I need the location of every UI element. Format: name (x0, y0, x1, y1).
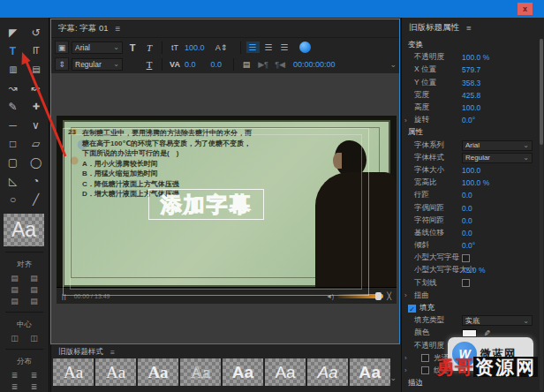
style-swatch-6[interactable]: Aa (265, 358, 306, 386)
wedge-tool[interactable]: ◺ (2, 171, 25, 190)
rotation-tool[interactable]: ↺ (25, 23, 48, 41)
distribute-horizontal-center-icon[interactable]: ≣ (7, 381, 23, 392)
tab-stops-icon[interactable]: ▤ (239, 60, 253, 69)
rectangle-tool[interactable]: □ (2, 134, 25, 153)
panel-menu-icon[interactable]: ≡ (110, 348, 115, 357)
style-preview-swatch[interactable]: Aa (4, 214, 44, 246)
type-tool[interactable]: T (2, 41, 25, 60)
property-value[interactable]: 0.0 (462, 216, 472, 225)
vertical-area-type-tool[interactable]: ▤ (25, 60, 48, 79)
fill-color-swatch[interactable] (462, 329, 477, 337)
vertical-type-tool[interactable]: IT (25, 41, 48, 60)
字体系列-dropdown[interactable]: Arial⌄ (462, 140, 533, 151)
insert-right-icon[interactable]: ¶◀ (273, 60, 287, 69)
字体样式-dropdown[interactable]: Regular⌄ (462, 153, 533, 163)
property-value[interactable]: 75.0 % (462, 266, 485, 275)
expand-chevron-icon[interactable]: › (404, 291, 407, 299)
pen-tool[interactable]: ✎ (2, 97, 25, 116)
property-value[interactable]: 0.0° (462, 116, 475, 124)
font-style-dropdown[interactable]: Regular ⌄ (72, 58, 123, 71)
title-canvas[interactable]: 23 在制糖工业中，要用沸腾的方法除去糖汁中的水分，而糖在高于100℃的环境下容… (51, 73, 399, 343)
styles-scroll-chevron[interactable]: ⌄ (389, 373, 397, 382)
style-swatch-list: AaAaAaAaAaAaAaAa (51, 358, 400, 386)
arc-tool[interactable]: ◔ (25, 171, 48, 190)
close-button[interactable]: x (518, 3, 533, 15)
style-swatch-2[interactable]: Aa (95, 358, 136, 386)
distribute-top-icon[interactable]: ≣ (26, 369, 42, 381)
distribute-left-icon[interactable]: ≣ (7, 369, 23, 381)
font-family-dropdown[interactable]: Arial ⌄ (72, 41, 123, 54)
style-swatch-8[interactable]: Aa (350, 358, 390, 386)
expand-chevron-icon[interactable]: › (404, 366, 407, 374)
style-swatch-7[interactable]: Aa (307, 358, 348, 386)
italic-button[interactable]: T (142, 42, 156, 53)
property-value[interactable]: 100.0 % (462, 53, 489, 62)
ellipse-tool[interactable]: ○ (2, 190, 25, 208)
bold-button[interactable]: T (125, 42, 140, 53)
align-horizontal-center-icon[interactable]: ▤ (7, 283, 23, 295)
line-tool[interactable]: ╱ (25, 190, 48, 208)
clipped-corner-rectangle-tool[interactable]: ▱ (25, 134, 48, 153)
align-vertical-top-icon[interactable]: ▤ (26, 272, 42, 283)
editor-tab-label[interactable]: 字幕: 字幕 01 (58, 23, 109, 34)
center-horizontal-icon[interactable]: ◫ (7, 332, 23, 343)
property-value[interactable]: 358.3 (462, 79, 480, 87)
align-center-button[interactable]: ☰ (262, 41, 276, 53)
title-text-object[interactable]: 添加字幕 (148, 189, 264, 220)
insert-left-icon[interactable]: ▶¶ (256, 60, 270, 69)
timecode-value[interactable]: 00:00:00:00 (293, 60, 336, 69)
roll-crawl-options-icon[interactable]: ⇕ (55, 57, 69, 71)
align-horizontal-right-icon[interactable]: ▤ (7, 295, 23, 306)
show-background-video-icon[interactable] (299, 41, 311, 53)
align-vertical-bottom-icon[interactable]: ▤ (26, 295, 42, 306)
kerning-value[interactable]: 0.0 (185, 60, 196, 69)
font-size-value[interactable]: 100.0 (185, 43, 205, 52)
style-swatch-4[interactable]: Aa (180, 358, 221, 386)
property-value[interactable]: 0.0 (462, 191, 472, 200)
distribute-vertical-center-icon[interactable]: ≣ (26, 381, 42, 392)
eyedropper-icon[interactable]: ✎ (482, 330, 491, 337)
style-swatch-3[interactable]: Aa (138, 358, 178, 386)
property-value[interactable]: 100.0 (462, 166, 480, 175)
property-value[interactable]: 0.0 (462, 229, 472, 237)
小型大写字母-checkbox[interactable] (462, 254, 470, 262)
new-title-based-on-current-icon[interactable]: ▣ (55, 41, 69, 54)
selection-tool[interactable]: ◤ (2, 23, 25, 41)
panel-menu-icon[interactable]: ≡ (466, 23, 472, 33)
title-text[interactable]: 添加字幕 (161, 191, 253, 219)
align-right-button[interactable]: ☰ (278, 41, 291, 53)
property-value[interactable]: 425.8 (462, 91, 480, 100)
style-swatch-5[interactable]: Aa (223, 358, 263, 386)
纹理-checkbox[interactable] (421, 366, 429, 374)
add-anchor-point-tool[interactable]: ✚ (25, 97, 48, 116)
tracking-value[interactable]: 0.0 (211, 60, 223, 69)
scrollbar-thumb[interactable] (540, 39, 543, 145)
光泽-checkbox[interactable] (421, 354, 429, 362)
delete-anchor-point-tool[interactable]: ─ (2, 116, 25, 134)
style-swatch-1[interactable]: Aa (53, 358, 94, 386)
align-left-button[interactable]: ☰ (246, 41, 260, 53)
properties-scrollbar[interactable] (540, 39, 543, 390)
property-value[interactable]: 100.0 % (462, 178, 489, 187)
rounded-corner-rectangle-tool[interactable]: ▢ (2, 153, 25, 171)
property-value[interactable]: 579.7 (462, 65, 480, 74)
property-value[interactable]: 0.0° (462, 241, 475, 250)
round-rectangle-tool[interactable]: ◯ (25, 153, 48, 171)
center-vertical-icon[interactable]: ◫ (26, 332, 42, 343)
convert-anchor-point-tool[interactable]: ∨ (25, 116, 48, 134)
underline-button[interactable]: T (142, 59, 156, 70)
property-value[interactable]: 100.0 (462, 103, 480, 112)
expand-chevron-icon[interactable]: › (404, 354, 407, 362)
下划线-checkbox[interactable] (462, 279, 470, 287)
property-value[interactable]: 0.0 (462, 204, 472, 213)
toolbar-overflow-chevron[interactable]: ⌄ (389, 60, 397, 69)
填充-checkbox[interactable]: ✓ (408, 305, 416, 313)
path-type-tool[interactable]: ↝ (2, 79, 25, 97)
area-type-tool[interactable]: ▥ (2, 60, 25, 79)
align-horizontal-left-icon[interactable]: ▤ (7, 272, 23, 283)
panel-menu-icon[interactable]: ≡ (116, 24, 121, 34)
填充类型-dropdown[interactable]: 实底⌄ (462, 315, 533, 326)
vertical-path-type-tool[interactable]: ↜ (25, 79, 48, 97)
align-vertical-center-icon[interactable]: ▤ (26, 283, 42, 295)
expand-chevron-icon[interactable]: › (404, 117, 407, 124)
